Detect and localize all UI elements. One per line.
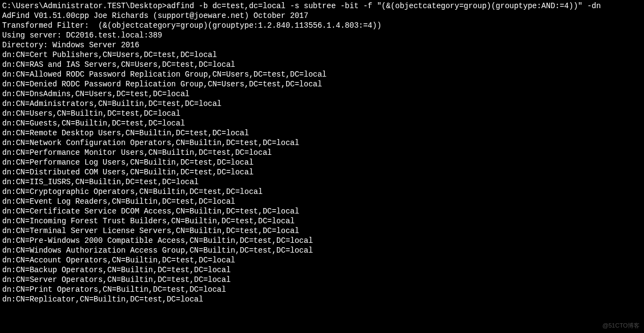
directory-line: Directory: Windows Server 2016	[2, 40, 642, 50]
prompt-text: C:\Users\Administrator.TEST\Desktop>	[2, 2, 166, 10]
dn-entry: dn:CN=Certificate Service DCOM Access,CN…	[2, 206, 642, 216]
dn-results: dn:CN=Cert Publishers,CN=Users,DC=test,D…	[2, 50, 642, 304]
dn-entry: dn:CN=IIS_IUSRS,CN=Builtin,DC=test,DC=lo…	[2, 177, 642, 187]
dn-entry: dn:CN=Allowed RODC Password Replication …	[2, 70, 642, 79]
command-line: C:\Users\Administrator.TEST\Desktop>adfi…	[2, 1, 642, 11]
dn-entry: dn:CN=Users,CN=Builtin,DC=test,DC=local	[2, 109, 642, 118]
dn-entry: dn:CN=Pre-Windows 2000 Compatible Access…	[2, 236, 642, 246]
dn-entry: dn:CN=RAS and IAS Servers,CN=Users,DC=te…	[2, 60, 642, 70]
dn-entry: dn:CN=Remote Desktop Users,CN=Builtin,DC…	[2, 128, 642, 138]
dn-entry: dn:CN=Distributed COM Users,CN=Builtin,D…	[2, 167, 642, 177]
command-text: adfind -b dc=test,dc=local -s subtree -b…	[166, 2, 600, 10]
dn-entry: dn:CN=Performance Log Users,CN=Builtin,D…	[2, 158, 642, 167]
watermark-text: @51CTO博客	[603, 322, 640, 330]
dn-entry: dn:CN=Denied RODC Password Replication G…	[2, 79, 642, 89]
terminal-output[interactable]: C:\Users\Administrator.TEST\Desktop>adfi…	[0, 0, 644, 305]
banner-line: AdFind V01.51.00cpp Joe Richards (suppor…	[2, 11, 642, 21]
dn-entry: dn:CN=Performance Monitor Users,CN=Built…	[2, 148, 642, 158]
dn-entry: dn:CN=Guests,CN=Builtin,DC=test,DC=local	[2, 118, 642, 128]
dn-entry: dn:CN=Windows Authorization Access Group…	[2, 246, 642, 255]
dn-entry: dn:CN=Backup Operators,CN=Builtin,DC=tes…	[2, 265, 642, 275]
dn-entry: dn:CN=Event Log Readers,CN=Builtin,DC=te…	[2, 197, 642, 206]
dn-entry: dn:CN=Administrators,CN=Builtin,DC=test,…	[2, 99, 642, 109]
dn-entry: dn:CN=DnsAdmins,CN=Users,DC=test,DC=loca…	[2, 89, 642, 99]
dn-entry: dn:CN=Cryptographic Operators,CN=Builtin…	[2, 187, 642, 197]
dn-entry: dn:CN=Replicator,CN=Builtin,DC=test,DC=l…	[2, 294, 642, 304]
dn-entry: dn:CN=Incoming Forest Trust Builders,CN=…	[2, 216, 642, 226]
filter-line: Transformed Filter: (&(objectcategory=gr…	[2, 21, 642, 30]
dn-entry: dn:CN=Terminal Server License Servers,CN…	[2, 226, 642, 236]
dn-entry: dn:CN=Server Operators,CN=Builtin,DC=tes…	[2, 275, 642, 285]
server-line: Using server: DC2016.test.local:389	[2, 30, 642, 40]
dn-entry: dn:CN=Network Configuration Operators,CN…	[2, 138, 642, 148]
dn-entry: dn:CN=Cert Publishers,CN=Users,DC=test,D…	[2, 50, 642, 60]
dn-entry: dn:CN=Print Operators,CN=Builtin,DC=test…	[2, 285, 642, 294]
dn-entry: dn:CN=Account Operators,CN=Builtin,DC=te…	[2, 255, 642, 265]
